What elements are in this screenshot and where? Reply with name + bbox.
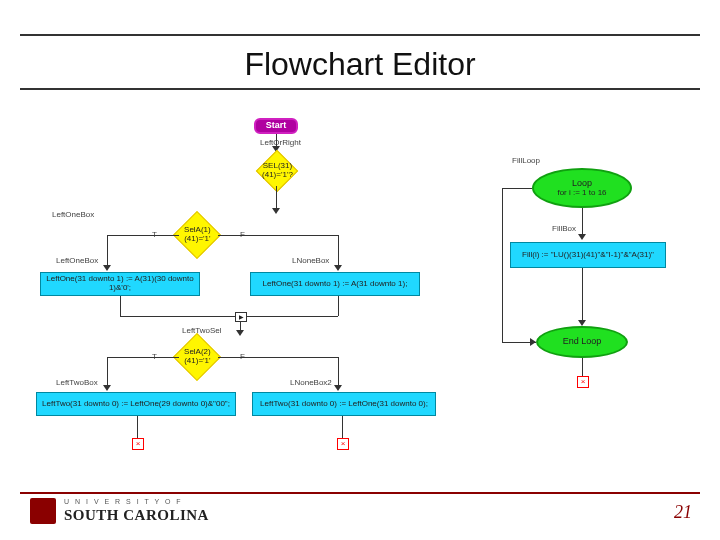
edge (120, 316, 240, 317)
arrow-down-icon (103, 265, 111, 271)
rule-under-title (20, 88, 700, 90)
logo-line2: SOUTH CAROLINA (64, 507, 209, 524)
label-leftonebox: LeftOneBox (52, 210, 94, 219)
proc-fill: Fill(i) := "LU()(31)(41)"&"I-1)"&"A(31)" (510, 242, 666, 268)
proc-lnone2: LeftTwo(31 downto 0) := LeftOne(31 downt… (252, 392, 436, 416)
loop-subtext: for i := 1 to 16 (557, 189, 606, 198)
edge (107, 235, 108, 267)
edge (107, 357, 179, 358)
decision-1-text: SEL(31)(41)='1'? (262, 162, 293, 180)
edge (137, 416, 138, 440)
terminator-icon: × (577, 376, 589, 388)
edge (338, 357, 339, 387)
slide-title: Flowchart Editor (0, 46, 720, 83)
slide: Flowchart Editor Start LeftOrRight SEL(3… (0, 0, 720, 540)
endloop-node: End Loop (536, 326, 628, 358)
join-icon: ▶ (235, 312, 247, 322)
rule-top (20, 34, 700, 36)
arrow-down-icon (103, 385, 111, 391)
arrow-down-icon (334, 265, 342, 271)
loop-node: Loop for i := 1 to 16 (532, 168, 632, 208)
edge (582, 358, 583, 378)
edge (582, 268, 583, 322)
label-fillloop: FillLoop (512, 156, 540, 165)
label-fillbox: FillBox (552, 224, 576, 233)
decision-3-text: SelA(2)(41)='1' (184, 348, 211, 366)
edge (338, 235, 339, 267)
edge (240, 316, 338, 317)
start-node: Start (254, 118, 298, 134)
edge (107, 235, 179, 236)
label-lefttwosel: LeftTwoSel (182, 326, 222, 335)
arrow-down-icon (236, 330, 244, 336)
proc-leftone: LeftOne(31 downto 1) := A(31)(30 downto … (40, 272, 200, 296)
page-number: 21 (674, 502, 692, 523)
edge (107, 357, 108, 387)
label-leftonebox2: LeftOneBox (56, 256, 98, 265)
flowchart-canvas: Start LeftOrRight SEL(31)(41)='1'? LeftO… (32, 112, 688, 472)
footer-rule (20, 492, 700, 494)
decision-2-text: SelA(1)(41)='1' (184, 226, 211, 244)
edge (218, 235, 338, 236)
proc-lefttwo: LeftTwo(31 downto 0) := LeftOne(29 downt… (36, 392, 236, 416)
edge (582, 208, 583, 236)
logo-crest-icon (30, 498, 56, 524)
edge (218, 357, 338, 358)
arrow-down-icon (272, 208, 280, 214)
arrow-down-icon (578, 234, 586, 240)
arrow-down-icon (334, 385, 342, 391)
logo-line1: U N I V E R S I T Y O F (64, 498, 183, 505)
edge (502, 188, 532, 189)
terminator-icon: × (132, 438, 144, 450)
university-logo: U N I V E R S I T Y O F SOUTH CAROLINA (30, 498, 260, 528)
label-lefttwobox: LeftTwoBox (56, 378, 98, 387)
label-leftright: LeftOrRight (260, 138, 301, 147)
edge (342, 416, 343, 440)
edge (276, 186, 277, 210)
edge (502, 188, 503, 342)
arrow-right-icon (530, 338, 536, 346)
label-lnonebox: LNoneBox (292, 256, 329, 265)
label-lnonebox2: LNoneBox2 (290, 378, 332, 387)
terminator-icon: × (337, 438, 349, 450)
proc-lnone: LeftOne(31 downto 1) := A(31 downto 1); (250, 272, 420, 296)
edge (338, 296, 339, 316)
edge (120, 296, 121, 316)
